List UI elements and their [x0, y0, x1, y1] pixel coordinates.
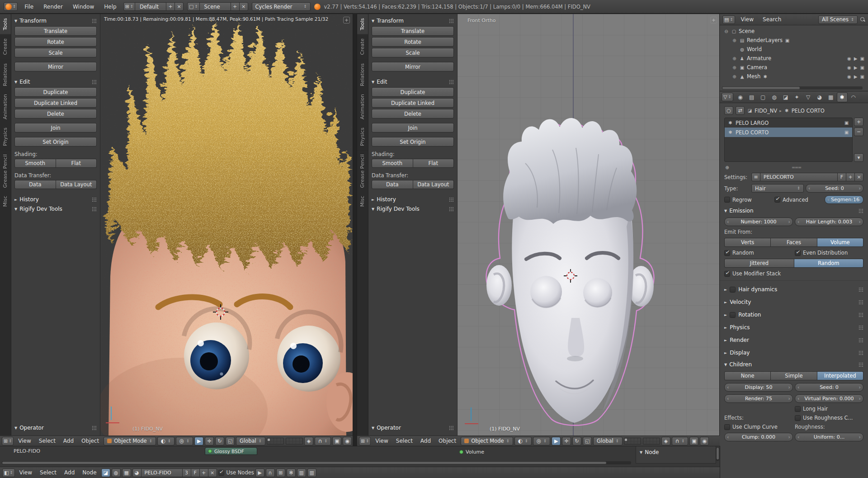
material-fake-user-button[interactable]: F	[191, 469, 200, 477]
mirror-button[interactable]: Mirror	[14, 62, 97, 71]
remove-particle-system-button[interactable]: −	[854, 128, 863, 136]
panel-drag-dots[interactable]	[449, 426, 454, 431]
new-settings-button[interactable]: +	[846, 173, 855, 181]
row-label[interactable]: World	[747, 46, 762, 52]
menu-object[interactable]: Object	[78, 437, 102, 445]
panel-header-velocity[interactable]: ► Velocity	[724, 297, 863, 307]
delete-scene-button[interactable]: ×	[239, 2, 248, 11]
layers-grid-left[interactable]	[267, 438, 284, 445]
virtual-parents-field[interactable]: Virtual Paren: 0.000	[795, 394, 863, 403]
renderability-icon[interactable]: ▣	[860, 65, 864, 70]
duplicate-linked-button[interactable]: Duplicate Linked	[14, 98, 97, 108]
smooth-button[interactable]: Smooth	[14, 159, 56, 168]
node-editor-vscrollbar[interactable]	[716, 447, 719, 461]
menu-view[interactable]: View	[15, 437, 34, 445]
paste-nodes-button[interactable]: ▥	[307, 469, 316, 477]
outliner-row-camera[interactable]: ⊕ ▣ Camera ◉ ▶ ▣	[720, 63, 868, 72]
snap-select[interactable]: ∩ ↕	[672, 437, 689, 445]
hair-length-field[interactable]: Hair Length: 0.003	[795, 218, 863, 226]
outliner-row-scene[interactable]: ⊖ ▢ Scene	[720, 27, 868, 36]
toolshelf-tab-grease-pencil[interactable]: Grease Pencil	[0, 150, 11, 192]
panel-drag-dots[interactable]	[859, 300, 863, 305]
panel-header-rotation[interactable]: ► Rotation	[724, 310, 863, 320]
context-cycle-button[interactable]: ⇄	[736, 106, 745, 115]
outliner-row-renderlayers[interactable]: ⊕ ▤ RenderLayers ▣	[720, 36, 868, 45]
panel-drag-dots[interactable]	[92, 197, 97, 202]
tab-texture[interactable]: ▦	[826, 92, 836, 102]
panel-drag-dots[interactable]	[859, 350, 863, 355]
panel-drag-dots[interactable]	[859, 208, 863, 213]
orientation-select[interactable]: Global ↕	[236, 437, 265, 445]
panel-header-transform[interactable]: ▼ Transform	[14, 17, 97, 25]
data-button[interactable]: Data	[14, 180, 56, 189]
menu-node-node[interactable]: Node	[79, 469, 99, 477]
panel-drag-dots[interactable]	[859, 312, 863, 317]
tab-render[interactable]: ◉	[735, 92, 746, 102]
layers-grid-left[interactable]	[624, 438, 641, 445]
render-toggle-icon[interactable]: ▣	[844, 120, 849, 125]
menu-help[interactable]: Help	[101, 3, 119, 11]
duplicate-linked-button[interactable]: Duplicate Linked	[372, 98, 454, 108]
menu-object[interactable]: Object	[435, 437, 459, 445]
snap-grid-button[interactable]: ⊞	[276, 469, 285, 477]
menu-view[interactable]: View	[372, 437, 391, 445]
duplicate-button[interactable]: Duplicate	[14, 87, 97, 97]
menu-node-select[interactable]: Select	[37, 469, 60, 477]
list-item-pelo-corto[interactable]: ✱ PELO CORTO ▣	[725, 128, 852, 137]
delete-button[interactable]: Delete	[14, 109, 97, 118]
glossy-bsdf-node[interactable]: Glossy BSDF	[205, 447, 257, 455]
tab-particles[interactable]: ✱	[837, 92, 848, 102]
lock-button[interactable]: ◈	[304, 437, 313, 445]
renderability-icon[interactable]: ▣	[860, 74, 864, 79]
search-icon[interactable]	[860, 17, 865, 22]
node-editor-hscrollbar[interactable]	[2, 461, 631, 464]
panel-drag-dots[interactable]	[449, 80, 454, 85]
menu-node-view[interactable]: View	[16, 469, 35, 477]
mode-select[interactable]: Object Mode ↕	[461, 437, 513, 445]
children-simple-button[interactable]: Simple	[771, 371, 817, 380]
outliner-filter-select[interactable]: All Scenes ↕	[818, 15, 858, 24]
pin-button[interactable]: ○	[724, 106, 733, 115]
children-seed-field[interactable]: Seed: 0	[795, 383, 863, 392]
checkbox-checked[interactable]	[724, 250, 730, 256]
mirror-button[interactable]: Mirror	[372, 62, 454, 71]
checkbox-checked[interactable]	[795, 250, 801, 256]
checkbox[interactable]	[724, 197, 730, 203]
rotate-button[interactable]: Rotate	[372, 37, 454, 47]
row-label[interactable]: Scene	[739, 28, 755, 34]
menu-node-add[interactable]: Add	[61, 469, 78, 477]
use-nodes-checkbox[interactable]: Use Nodes	[218, 469, 254, 476]
hair-dynamics-checkbox[interactable]	[730, 287, 736, 293]
new-material-button[interactable]: +	[199, 469, 208, 477]
render-engine-select[interactable]: Cycles Render ↕	[252, 2, 311, 11]
panel-header-render[interactable]: ► Render	[724, 335, 863, 345]
tab-scene[interactable]: ▢	[758, 92, 769, 102]
panel-header-node[interactable]: ▼ Node	[640, 448, 712, 456]
pivot-select[interactable]: ◎ ↕	[176, 437, 193, 445]
tab-physics[interactable]: ◠	[848, 92, 859, 102]
long-hair-checkbox[interactable]: Long Hair	[795, 406, 863, 412]
tab-render-layers[interactable]: ▤	[746, 92, 757, 102]
layers-widget[interactable]	[624, 438, 660, 445]
collapse-closed-icon[interactable]: ⊕	[731, 65, 737, 70]
outliner-row-world[interactable]: ◍ World	[720, 45, 868, 54]
volume-input-socket[interactable]: Volume	[459, 449, 484, 455]
checkbox-checked[interactable]	[724, 271, 730, 277]
scene-name-field[interactable]: Scene	[199, 2, 231, 11]
segments-field[interactable]: Segmen:16	[825, 195, 863, 204]
material-name-field[interactable]: PELO-FIDO	[141, 469, 183, 477]
opengl-render-anim-button[interactable]: ◉	[343, 437, 352, 445]
data-layout-button[interactable]: Data Layout	[413, 180, 454, 189]
editor-type-info-button[interactable]: ↕	[4, 2, 18, 11]
even-distribution-checkbox[interactable]: Even Distribution	[795, 250, 863, 256]
toolshelf-tab-animation[interactable]: Animation	[0, 90, 11, 123]
outliner-row-mesh[interactable]: ⊕ ▲ Mesh ✱ ◉ ▶ ▣	[720, 72, 868, 81]
use-clump-curve-checkbox[interactable]: Use Clump Curve	[724, 424, 793, 430]
selectability-icon[interactable]: ▶	[854, 56, 858, 61]
specials-menu-button[interactable]: ▾	[854, 153, 863, 162]
toolshelf-tab-misc[interactable]: Misc	[357, 192, 368, 211]
open-properties-region-button[interactable]: +	[343, 17, 350, 24]
scale-button[interactable]: Scale	[14, 48, 97, 57]
editor-type-button[interactable]: ⊞ ↕	[359, 437, 371, 445]
smooth-button[interactable]: Smooth	[372, 159, 413, 168]
